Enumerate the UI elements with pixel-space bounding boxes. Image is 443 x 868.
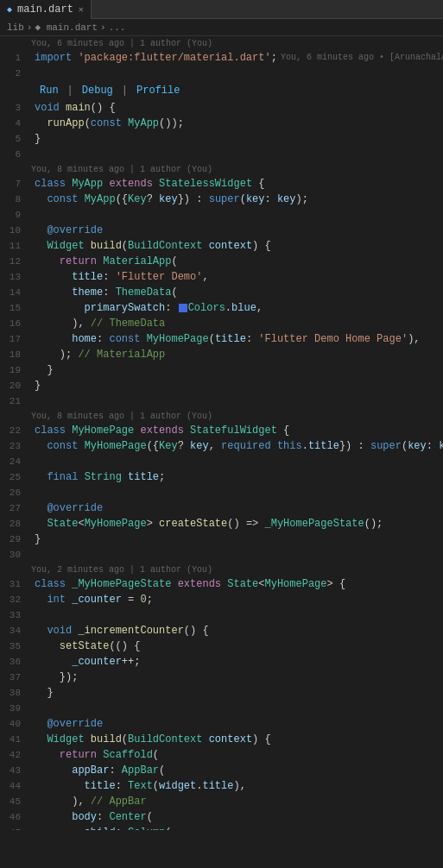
line-5: 5 } bbox=[0, 131, 443, 147]
debug-menu[interactable]: Debug bbox=[75, 83, 120, 98]
line-30: 30 bbox=[0, 547, 443, 563]
profile-menu[interactable]: Profile bbox=[130, 83, 187, 98]
line-1: 1 import 'package:flutter/material.dart'… bbox=[0, 50, 443, 66]
tab-label: main.dart bbox=[17, 3, 73, 16]
line-11: 11 Widget build(BuildContext context) { bbox=[0, 238, 443, 254]
line-7: 7 class MyApp extends StatelessWidget { bbox=[0, 176, 443, 192]
line-6: 6 bbox=[0, 147, 443, 162]
tab-bar: ◆ main.dart ✕ bbox=[0, 0, 443, 19]
line-16: 16 ), // ThemeData bbox=[0, 316, 443, 331]
breadcrumb: lib › ◆ main.dart › ... bbox=[0, 19, 443, 36]
line-24: 24 bbox=[0, 454, 443, 469]
line-43: 43 appBar: AppBar( bbox=[0, 763, 443, 778]
line-28: 28 State<MyHomePage> createState() => _M… bbox=[0, 516, 443, 531]
line-23: 23 const MyHomePage({Key? key, required … bbox=[0, 438, 443, 454]
line-26: 26 bbox=[0, 485, 443, 500]
line-36: 36 _counter++; bbox=[0, 654, 443, 670]
line-33: 33 bbox=[0, 607, 443, 623]
line-19: 19 } bbox=[0, 362, 443, 378]
menu-bar: Run | Debug | Profile bbox=[0, 81, 443, 100]
line-27: 27 @override bbox=[0, 500, 443, 516]
line-40: 40 @override bbox=[0, 716, 443, 732]
line-39: 39 bbox=[0, 701, 443, 716]
line-22: 22 class MyHomePage extends StatefulWidg… bbox=[0, 423, 443, 438]
git-annotation-1: You, 6 minutes ago | 1 author (You) bbox=[0, 36, 443, 50]
line-20: 20 } bbox=[0, 378, 443, 393]
line-17: 17 home: const MyHomePage(title: 'Flutte… bbox=[0, 331, 443, 347]
line-46: 46 body: Center( bbox=[0, 809, 443, 825]
line-35: 35 setState(() { bbox=[0, 638, 443, 654]
line-44: 44 title: Text(widget.title), bbox=[0, 778, 443, 794]
line-31: 31 class _MyHomePageState extends State<… bbox=[0, 576, 443, 592]
line-4: 4 runApp(const MyApp()); bbox=[0, 116, 443, 131]
git-annotation-3: You, 8 minutes ago | 1 author (You) bbox=[0, 409, 443, 423]
line-12: 12 return MaterialApp( bbox=[0, 254, 443, 269]
line-29: 29 } bbox=[0, 531, 443, 547]
line-2: 2 bbox=[0, 66, 443, 81]
git-annotation-2: You, 8 minutes ago | 1 author (You) bbox=[0, 162, 443, 176]
line-41: 41 Widget build(BuildContext context) { bbox=[0, 732, 443, 747]
line-9: 9 bbox=[0, 207, 443, 223]
git-annotation-4: You, 2 minutes ago | 1 author (You) bbox=[0, 563, 443, 576]
close-icon[interactable]: ✕ bbox=[79, 4, 84, 15]
run-menu[interactable]: Run bbox=[33, 83, 66, 98]
line-15: 15 primarySwatch: Colors.blue, bbox=[0, 300, 443, 316]
main-dart-tab[interactable]: ◆ main.dart ✕ bbox=[0, 0, 92, 19]
line-37: 37 }); bbox=[0, 670, 443, 685]
line-34: 34 void _incrementCounter() { bbox=[0, 623, 443, 638]
line-42: 42 return Scaffold( bbox=[0, 747, 443, 763]
editor: You, 6 minutes ago | 1 author (You) 1 im… bbox=[0, 36, 443, 830]
dart-icon: ◆ bbox=[7, 4, 12, 15]
line-13: 13 title: 'Flutter Demo', bbox=[0, 269, 443, 285]
line-25: 25 final String title; bbox=[0, 469, 443, 485]
line-10: 10 @override bbox=[0, 223, 443, 238]
line-21: 21 bbox=[0, 393, 443, 409]
line-8: 8 const MyApp({Key? key}) : super(key: k… bbox=[0, 192, 443, 207]
line-14: 14 theme: ThemeData( bbox=[0, 285, 443, 300]
line-3: 3 void main() { bbox=[0, 100, 443, 116]
line-32: 32 int _counter = 0; bbox=[0, 592, 443, 607]
line-45: 45 ), // AppBar bbox=[0, 794, 443, 809]
line-18: 18 ); // MaterialApp bbox=[0, 347, 443, 362]
line-38: 38 } bbox=[0, 685, 443, 701]
line-47: 47 child: Column( bbox=[0, 825, 443, 830]
